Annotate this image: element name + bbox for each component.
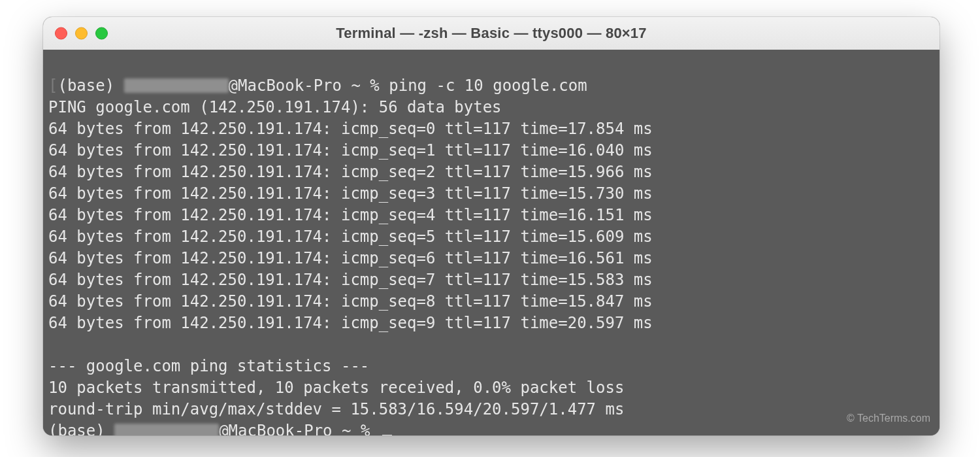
titlebar[interactable]: Terminal — -zsh — Basic — ttys000 — 80×1… bbox=[43, 17, 939, 50]
terminal-window: Terminal — -zsh — Basic — ttys000 — 80×1… bbox=[43, 17, 939, 435]
prompt-env: (base) bbox=[57, 76, 123, 95]
prompt-host: @MacBook-Pro ~ % bbox=[219, 422, 380, 435]
window-title: Terminal — -zsh — Basic — ttys000 — 80×1… bbox=[43, 25, 939, 42]
ping-reply: 64 bytes from 142.250.191.174: icmp_seq=… bbox=[48, 184, 653, 203]
redacted-username bbox=[114, 424, 219, 435]
ping-stats-header: --- google.com ping statistics --- bbox=[48, 357, 369, 375]
prompt-host: @MacBook-Pro ~ % bbox=[229, 76, 389, 95]
minimize-icon[interactable] bbox=[75, 27, 88, 40]
ping-header: PING google.com (142.250.191.174): 56 da… bbox=[48, 98, 502, 116]
ping-reply: 64 bytes from 142.250.191.174: icmp_seq=… bbox=[48, 120, 653, 138]
ping-reply: 64 bytes from 142.250.191.174: icmp_seq=… bbox=[48, 249, 653, 267]
close-icon[interactable] bbox=[55, 27, 67, 40]
ping-reply: 64 bytes from 142.250.191.174: icmp_seq=… bbox=[48, 206, 653, 224]
ping-rtt: round-trip min/avg/max/stddev = 15.583/1… bbox=[48, 400, 624, 418]
ping-reply: 64 bytes from 142.250.191.174: icmp_seq=… bbox=[48, 271, 653, 289]
text-cursor bbox=[382, 435, 392, 435]
ping-reply: 64 bytes from 142.250.191.174: icmp_seq=… bbox=[48, 228, 653, 246]
watermark: © TechTerms.com bbox=[847, 407, 930, 429]
ping-reply: 64 bytes from 142.250.191.174: icmp_seq=… bbox=[48, 141, 653, 160]
prompt-env: (base) bbox=[48, 422, 114, 435]
ping-summary: 10 packets transmitted, 10 packets recei… bbox=[48, 379, 624, 397]
prompt-command: ping -c 10 google.com bbox=[389, 76, 587, 95]
zoom-icon[interactable] bbox=[95, 27, 108, 40]
ping-reply: 64 bytes from 142.250.191.174: icmp_seq=… bbox=[48, 163, 653, 181]
window-controls bbox=[55, 27, 108, 40]
terminal-content[interactable]: [(base) @MacBook-Pro ~ % ping -c 10 goog… bbox=[43, 50, 939, 435]
ping-reply: 64 bytes from 142.250.191.174: icmp_seq=… bbox=[48, 314, 653, 332]
redacted-username bbox=[124, 78, 229, 93]
ping-reply: 64 bytes from 142.250.191.174: icmp_seq=… bbox=[48, 292, 653, 311]
